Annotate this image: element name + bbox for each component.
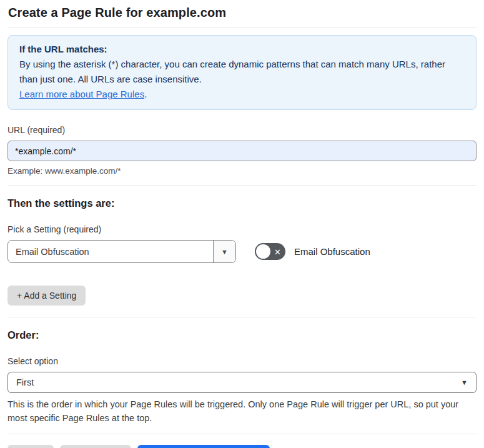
order-section-heading: Order:	[7, 329, 477, 341]
info-box-link-line: Learn more about Page Rules.	[19, 87, 465, 102]
title-divider	[7, 27, 477, 27]
toggle-knob	[256, 244, 270, 259]
url-field-label: URL (required)	[7, 125, 477, 135]
section-divider	[7, 317, 477, 317]
email-obfuscation-toggle-group: ✕ Email Obfuscation	[255, 243, 370, 260]
footer-divider	[7, 434, 477, 434]
setting-select[interactable]: Email Obfuscation ▼	[7, 240, 236, 263]
order-helper-text: This is the order in which your Page Rul…	[7, 397, 477, 425]
setting-select-value: Email Obfuscation	[8, 241, 213, 262]
info-box-heading: If the URL matches:	[19, 42, 465, 57]
chevron-down-icon: ▼	[461, 379, 468, 386]
page-title: Create a Page Rule for example.com	[7, 0, 477, 27]
add-setting-button[interactable]: + Add a Setting	[7, 286, 86, 306]
create-page-rule-form: Create a Page Rule for example.com If th…	[0, 0, 484, 448]
toggle-off-icon: ✕	[274, 247, 281, 256]
url-example-helper: Example: www.example.com/*	[7, 166, 477, 176]
chevron-down-icon[interactable]: ▼	[213, 241, 235, 262]
order-select[interactable]: First ▼	[7, 372, 477, 393]
footer-actions: Cancel Save as Draft Save and Deploy Pag…	[7, 445, 477, 448]
cancel-button[interactable]: Cancel	[7, 445, 54, 448]
email-obfuscation-toggle[interactable]: ✕	[255, 243, 285, 260]
section-divider	[7, 185, 477, 186]
learn-more-link[interactable]: Learn more about Page Rules	[19, 89, 144, 99]
url-input[interactable]	[7, 141, 477, 161]
order-select-value: First	[16, 377, 461, 387]
order-select-label: Select option	[7, 356, 477, 366]
link-period: .	[144, 89, 147, 99]
save-deploy-button[interactable]: Save and Deploy Page Rule	[137, 445, 270, 448]
url-matches-info-box: If the URL matches: By using the asteris…	[7, 35, 477, 110]
info-box-body: By using the asterisk (*) character, you…	[19, 57, 465, 87]
toggle-label: Email Obfuscation	[294, 246, 370, 257]
pick-setting-label: Pick a Setting (required)	[7, 224, 477, 234]
settings-section-heading: Then the settings are:	[7, 197, 477, 209]
setting-picker-row: Email Obfuscation ▼ ✕ Email Obfuscation	[7, 240, 477, 263]
save-draft-button[interactable]: Save as Draft	[60, 445, 132, 448]
